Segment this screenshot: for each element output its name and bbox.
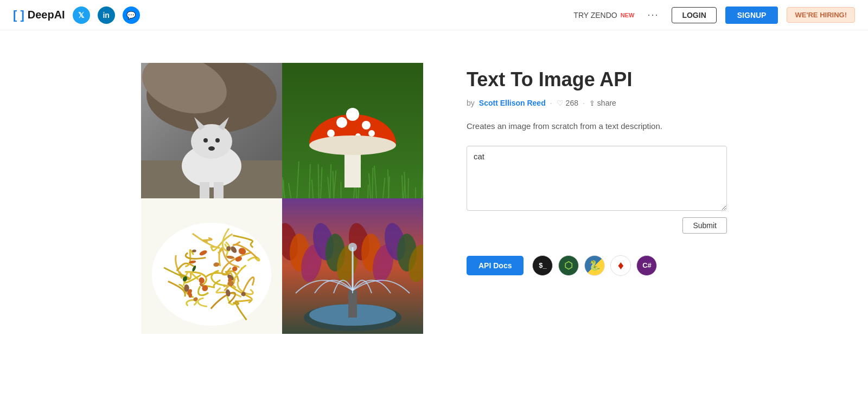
grid-image-pasta	[141, 198, 282, 334]
nav-left: [ ] DeepAI 𝕏 in 💬	[13, 7, 140, 24]
heart-icon: ♡	[557, 99, 564, 107]
grid-image-fountain	[282, 198, 423, 334]
main-content: Text To Image API by Scott Ellison Reed …	[54, 30, 814, 366]
meta-by: by	[467, 99, 475, 107]
language-icons: $_ ⬡ 🐍 ♦ C#	[532, 255, 657, 276]
login-button[interactable]: LOGIN	[672, 7, 716, 23]
api-docs-button[interactable]: API Docs	[467, 256, 524, 275]
author-link[interactable]: Scott Ellison Reed	[479, 99, 546, 107]
try-zendo-label: TRY ZENDO	[573, 11, 617, 20]
share-button[interactable]: ⇪ share	[589, 99, 616, 107]
python-icon[interactable]: 🐍	[584, 255, 605, 276]
like-button[interactable]: ♡ 268	[557, 99, 578, 107]
logo-bracket: [ ]	[13, 8, 24, 22]
page-title: Text To Image API	[467, 68, 727, 91]
logo-text: DeepAI	[28, 9, 65, 21]
meta-row: by Scott Ellison Reed · ♡ 268 · ⇪ share	[467, 99, 727, 107]
submit-row: Submit	[467, 217, 727, 234]
nodejs-icon[interactable]: ⬡	[558, 255, 579, 276]
meta-dot: ·	[550, 99, 552, 107]
description: Creates an image from scratch from a tex…	[467, 120, 727, 133]
csharp-icon[interactable]: C#	[636, 255, 657, 276]
bottom-row: API Docs $_ ⬡ 🐍 ♦ C#	[467, 255, 727, 276]
right-panel: Text To Image API by Scott Ellison Reed …	[467, 63, 727, 276]
navbar: [ ] DeepAI 𝕏 in 💬 TRY ZENDO NEW ··· LOGI…	[0, 0, 868, 30]
submit-button[interactable]: Submit	[682, 217, 727, 234]
image-grid	[141, 63, 423, 334]
logo-link[interactable]: [ ] DeepAI	[13, 8, 65, 22]
ruby-icon[interactable]: ♦	[610, 255, 631, 276]
linkedin-icon[interactable]: in	[98, 7, 115, 24]
share-label: share	[597, 99, 616, 107]
signup-button[interactable]: SIGNUP	[725, 7, 778, 24]
meta-dot-2: ·	[583, 99, 585, 107]
grid-image-wolf	[141, 63, 282, 198]
new-badge: NEW	[621, 12, 635, 18]
more-options-button[interactable]: ···	[643, 7, 663, 23]
like-count: 268	[566, 99, 578, 107]
share-icon: ⇪	[589, 99, 595, 107]
grid-image-mushroom	[282, 63, 423, 198]
text-input[interactable]	[467, 146, 727, 211]
nav-right: TRY ZENDO NEW ··· LOGIN SIGNUP WE'RE HIR…	[573, 7, 855, 24]
twitter-icon[interactable]: 𝕏	[73, 7, 90, 24]
hiring-button[interactable]: WE'RE HIRING!	[787, 7, 855, 23]
chat-icon[interactable]: 💬	[123, 7, 140, 24]
try-zendo-link[interactable]: TRY ZENDO NEW	[573, 11, 634, 20]
bash-icon[interactable]: $_	[532, 255, 553, 276]
